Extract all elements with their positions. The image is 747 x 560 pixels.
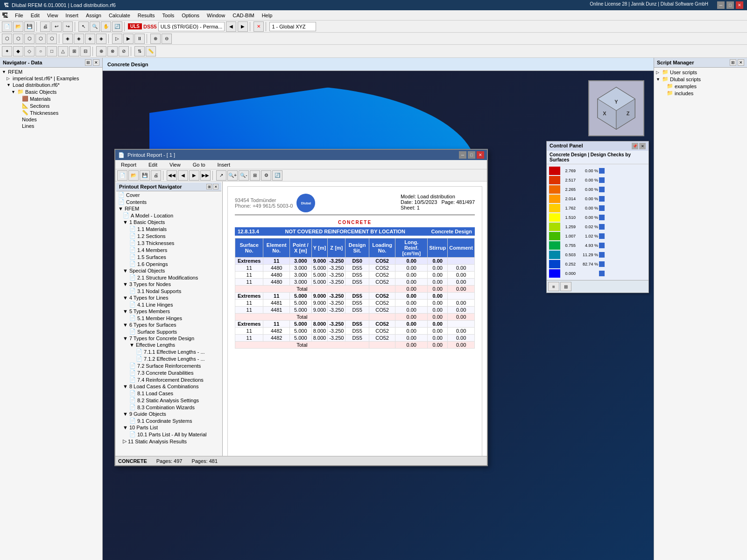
tb2-11[interactable]: ▶ — [123, 34, 134, 44]
view-combo[interactable]: 1 - Global XYZ — [269, 22, 316, 31]
tb2-1[interactable]: ⬡ — [2, 34, 12, 44]
tree-rfem[interactable]: ▼ RFEM — [0, 69, 102, 75]
pw-tb-zoom-out[interactable]: 🔍- — [239, 170, 249, 181]
pw-nav-21[interactable]: 📄 2.1 Structure Modifications — [116, 274, 221, 281]
pw-nav-711[interactable]: 📄 7.1.1 Effective Lengths - ... — [116, 348, 221, 355]
tool-5[interactable]: □ — [47, 46, 57, 56]
tb2-3[interactable]: ⬡ — [24, 34, 35, 44]
prev-combo[interactable]: ◀ — [226, 21, 236, 32]
pw-maximize[interactable]: □ — [468, 151, 475, 159]
tb-select[interactable]: ↖ — [78, 21, 89, 32]
pw-tb-new[interactable]: 📄 — [117, 170, 127, 181]
pw-nav-74[interactable]: 📄 7.4 Reinforcement Directions — [116, 376, 221, 383]
sm-dlubal-scripts[interactable]: ▼ 📁 Dlubal scripts — [654, 76, 747, 83]
pw-nav-12[interactable]: 📄 1.2 Sections — [116, 232, 221, 239]
pw-tb-export[interactable]: ↗ — [216, 170, 226, 181]
pw-nav-16[interactable]: 📄 1.6 Openings — [116, 260, 221, 267]
menu-assign[interactable]: Assign — [82, 12, 105, 19]
pw-menu-insert[interactable]: Insert — [214, 161, 234, 168]
tool-arrows[interactable]: ⇅ — [134, 46, 145, 56]
pw-menu-report[interactable]: Report — [117, 161, 140, 168]
tb-pan[interactable]: ✋ — [101, 21, 111, 32]
menu-tools[interactable]: Tools — [158, 12, 178, 19]
tool-10[interactable]: ⊗ — [107, 46, 118, 56]
tb-redo[interactable]: ↪ — [63, 21, 73, 32]
sm-user-scripts[interactable]: ▷ 📁 User scripts — [654, 69, 747, 76]
pw-minimize[interactable]: ─ — [459, 151, 466, 159]
pw-nav-8load[interactable]: ▼ 8 Load Cases & Combinations — [116, 383, 221, 390]
menu-cadbim[interactable]: CAD-BIM — [229, 12, 258, 19]
tb2-8[interactable]: ◈ — [85, 34, 95, 44]
tb-new[interactable]: 📄 — [2, 21, 12, 32]
tb-stop[interactable]: ✕ — [254, 21, 264, 32]
close-button[interactable]: ✕ — [736, 1, 743, 9]
sm-undock[interactable]: ⊞ — [730, 59, 736, 66]
tool-6[interactable]: △ — [58, 46, 68, 56]
tb2-14[interactable]: ⊖ — [162, 34, 172, 44]
combo-text[interactable]: ULS (STR/GEO) - Perma... — [158, 22, 225, 31]
pw-nav-101[interactable]: 📄 10.1 Parts List - All by Material — [116, 431, 221, 438]
menu-insert[interactable]: Insert — [62, 12, 82, 19]
menu-calculate[interactable]: Calculate — [105, 12, 134, 19]
pw-nav-contents[interactable]: 📄 Contents — [116, 198, 221, 205]
tree-nodes[interactable]: Nodes — [0, 116, 102, 123]
tree-thicknesses[interactable]: 📏 Thicknesses — [0, 109, 102, 116]
tb2-7[interactable]: ◈ — [74, 34, 84, 44]
tree-materials[interactable]: 🟫 Materials — [0, 95, 102, 102]
tb2-5[interactable]: ⬡ — [47, 34, 57, 44]
tb2-4[interactable]: ⬡ — [35, 34, 46, 44]
pw-nav-3types[interactable]: ▼ 3 Types for Nodes — [116, 281, 221, 287]
pw-nav-82[interactable]: 📄 8.2 Static Analysis Settings — [116, 397, 221, 404]
coordinate-cube[interactable]: Y X Z — [588, 80, 644, 136]
sm-close[interactable]: ✕ — [738, 59, 744, 66]
maximize-button[interactable]: □ — [726, 1, 734, 9]
pw-tb-zoom-in[interactable]: 🔍+ — [227, 170, 238, 181]
pw-tb-open[interactable]: 📂 — [128, 170, 139, 181]
pw-tb-options[interactable]: ⚙ — [261, 170, 271, 181]
menu-help[interactable]: Help — [258, 12, 276, 19]
pw-nav-basic[interactable]: ▼ 1 Basic Objects — [116, 219, 221, 225]
tb-print[interactable]: 🖨 — [40, 21, 50, 32]
sm-includes[interactable]: 📁 includes — [654, 90, 747, 97]
tool-2[interactable]: ◆ — [13, 46, 23, 56]
pw-nav-15[interactable]: 📄 1.5 Surfaces — [116, 253, 221, 260]
pw-nav-81[interactable]: 📄 8.1 Load Cases — [116, 390, 221, 397]
pw-nav-83[interactable]: 📄 8.3 Combination Wizards — [116, 404, 221, 411]
pw-nav-73[interactable]: 📄 7.3 Concrete Durabilities — [116, 369, 221, 376]
pw-nav-41[interactable]: 📄 4.1 Line Hinges — [116, 301, 221, 308]
tool-4[interactable]: ○ — [35, 46, 46, 56]
pw-tb-fit[interactable]: ⊞ — [250, 170, 260, 181]
tree-file1[interactable]: ▷ imperical test.rf6* | Examples — [0, 75, 102, 82]
tb-save[interactable]: 💾 — [24, 21, 35, 32]
tb2-2[interactable]: ⬡ — [13, 34, 23, 44]
tree-file2[interactable]: ▼ Load distribution.rf6* — [0, 82, 102, 88]
cp-tb1[interactable]: ≡ — [548, 282, 559, 291]
pw-nav-31[interactable]: 📄 3.1 Nodal Supports — [116, 287, 221, 294]
tb2-12[interactable]: ⏸ — [134, 34, 145, 44]
tool-7[interactable]: ⊞ — [69, 46, 79, 56]
pw-nav-close[interactable]: ✕ — [213, 184, 218, 189]
tb-undo[interactable]: ↩ — [51, 21, 62, 32]
pw-nav-undock[interactable]: ⊞ — [206, 184, 212, 189]
pw-tb-refresh[interactable]: 🔄 — [272, 170, 282, 181]
next-combo[interactable]: ▶ — [238, 21, 248, 32]
minimize-button[interactable]: ─ — [717, 1, 725, 9]
pw-nav-cover[interactable]: 📄 Cover — [116, 191, 221, 198]
pw-nav-14[interactable]: 📄 1.4 Members — [116, 246, 221, 253]
menu-options[interactable]: Options — [178, 12, 203, 19]
pw-nav-71eff[interactable]: ▼ Effective Lengths — [116, 342, 221, 348]
tool-3[interactable]: ◇ — [24, 46, 35, 56]
pw-nav-7concrete[interactable]: ▼ 7 Types for Concrete Design — [116, 335, 221, 342]
pw-nav-51[interactable]: 📄 5.1 Member Hinges — [116, 315, 221, 322]
pw-menu-edit[interactable]: Edit — [145, 161, 161, 168]
sm-examples[interactable]: 📁 examples — [654, 83, 747, 90]
nav-close[interactable]: ✕ — [93, 59, 99, 66]
tb-zoom[interactable]: 🔍 — [90, 21, 100, 32]
menu-window[interactable]: Window — [203, 12, 229, 19]
tb2-6[interactable]: ◈ — [63, 34, 73, 44]
tool-8[interactable]: ⊟ — [80, 46, 91, 56]
pw-nav-11static[interactable]: ▷ 11 Static Analysis Results — [116, 438, 221, 445]
pw-nav-5members[interactable]: ▼ 5 Types Members — [116, 308, 221, 315]
tree-sections[interactable]: 📐 Sections — [0, 102, 102, 109]
cp-tb2[interactable]: ⊞ — [560, 282, 571, 291]
